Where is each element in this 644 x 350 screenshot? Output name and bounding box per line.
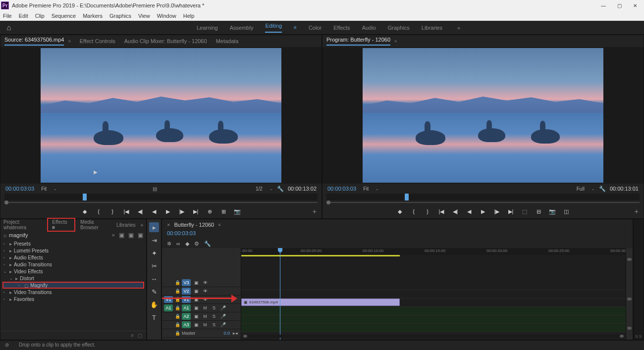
list-view-icon[interactable]: ≡ — [131, 333, 134, 338]
ws-effects[interactable]: Effects — [333, 25, 350, 31]
timeline-timecode[interactable]: 00:00:03:03 — [167, 230, 196, 236]
step-back-icon[interactable]: ◀| — [136, 208, 144, 215]
out-point-icon[interactable]: } — [424, 208, 431, 214]
program-zoom-select[interactable]: Full — [574, 186, 588, 192]
ripple-edit-tool[interactable]: ✦ — [149, 248, 159, 258]
tab-metadata[interactable]: Metadata — [216, 38, 239, 44]
marker-icon[interactable]: ◆ — [396, 208, 404, 215]
compare-icon[interactable]: ◫ — [562, 208, 570, 215]
hand-tool[interactable]: ✋ — [149, 300, 159, 309]
track-header-a3[interactable]: 🔒A3▣MS🎤 — [162, 321, 241, 329]
go-out-icon[interactable]: ▶| — [192, 208, 200, 215]
timeline-tracks-area[interactable]: :00:0000:00:05:0000:00:10:0000:00:15:000… — [241, 248, 626, 340]
go-out-icon[interactable]: ▶| — [507, 208, 515, 215]
out-point-icon[interactable]: } — [108, 208, 116, 214]
wrench-icon[interactable]: 🔧 — [277, 186, 284, 192]
menu-markers[interactable]: Markers — [83, 13, 103, 19]
wrench-icon[interactable]: 🔧 — [204, 241, 211, 247]
track-header-v2[interactable]: 🔒V2▣👁 — [162, 287, 241, 296]
program-preview[interactable] — [322, 47, 644, 184]
menu-file[interactable]: File — [3, 13, 12, 19]
add-button-icon[interactable]: + — [313, 207, 317, 215]
export-frame-icon[interactable]: 📷 — [548, 208, 556, 215]
timeline-h-scrollbar[interactable] — [243, 335, 624, 338]
lift-icon[interactable]: ⬚ — [521, 208, 529, 215]
step-fwd-icon[interactable]: |▶ — [493, 208, 501, 215]
menu-edit[interactable]: Edit — [19, 13, 28, 19]
timeline-playhead[interactable] — [280, 248, 280, 340]
sequence-name[interactable]: Butterfly - 12060 — [174, 222, 214, 228]
tab-libraries[interactable]: Libraries — [116, 222, 135, 228]
ws-audio[interactable]: Audio — [362, 25, 376, 31]
insert-icon[interactable]: ⊕ — [206, 208, 214, 215]
program-timecode-in[interactable]: 00:00:03:03 — [327, 186, 356, 192]
step-fwd-icon[interactable]: |▶ — [178, 208, 186, 215]
timeline-v-scroll[interactable] — [626, 248, 633, 340]
ws-graphics[interactable]: Graphics — [388, 25, 410, 31]
go-in-icon[interactable]: |◀ — [122, 208, 130, 215]
tab-program[interactable]: Program: Butterfly - 12060 — [326, 37, 390, 46]
razor-tool[interactable]: ✂ — [149, 261, 159, 271]
timeline-clip[interactable]: ▣634937506.mp4 — [241, 299, 400, 306]
extract-icon[interactable]: ⊟ — [535, 208, 542, 215]
program-scrubber[interactable] — [326, 194, 640, 200]
tab-source[interactable]: Source: 634937506.mp4 — [4, 37, 64, 46]
preset-icon-2[interactable]: ▣ — [128, 232, 134, 239]
tab-effects[interactable]: Effects ≡ — [47, 218, 75, 232]
tree-item-video-transitions[interactable]: ›▸Video Transitions — [0, 289, 146, 296]
go-in-icon[interactable]: |◀ — [437, 208, 445, 215]
menu-graphics[interactable]: Graphics — [109, 13, 131, 19]
settings-icon[interactable]: ⚙ — [194, 241, 199, 247]
in-point-icon[interactable]: { — [95, 208, 103, 214]
source-timecode-in[interactable]: 00:00:03:03 — [5, 186, 34, 192]
ws-assembly[interactable]: Assembly — [230, 25, 254, 31]
track-header-a1[interactable]: A1🔒A1▣MS🎤 — [162, 304, 241, 312]
ws-menu-icon[interactable]: ≡ — [294, 25, 297, 30]
play-backward-icon[interactable]: ◀ — [465, 208, 473, 215]
panel-overflow-icon[interactable]: » — [140, 222, 143, 228]
source-zoom-select[interactable]: 1/2 — [253, 186, 266, 192]
clear-search-icon[interactable]: × — [112, 232, 115, 238]
linked-selection-icon[interactable]: ∞ — [176, 241, 180, 247]
ws-overflow-button[interactable]: » — [457, 25, 460, 31]
tree-item-audio-effects[interactable]: ›▸Audio Effects — [0, 254, 146, 261]
in-point-icon[interactable]: { — [410, 208, 418, 214]
close-button[interactable]: ✕ — [627, 0, 643, 10]
step-back-icon[interactable]: ◀| — [451, 208, 459, 215]
tree-item-distort[interactable]: ⌄▸Distort — [0, 275, 146, 282]
tree-item-magnify[interactable]: ›◻Magnify — [2, 282, 144, 289]
wrench-icon[interactable]: 🔧 — [599, 186, 606, 192]
tab-audio-mixer[interactable]: Audio Clip Mixer: Butterfly - 12060 — [124, 38, 207, 44]
new-bin-icon[interactable]: ▢ — [138, 333, 142, 338]
menu-view[interactable]: View — [138, 13, 150, 19]
source-settings-icon[interactable]: ▤ — [153, 186, 157, 192]
tree-item-video-effects[interactable]: ⌄▸Video Effects — [0, 268, 146, 275]
tab-project[interactable]: Project: whatevera — [3, 219, 42, 230]
tree-item-audio-transitions[interactable]: ›▸Audio Transitions — [0, 261, 146, 268]
tab-program-menu[interactable]: ≡ — [394, 39, 397, 44]
ws-color[interactable]: Color — [309, 25, 322, 31]
play-backward-icon[interactable]: ◀ — [150, 208, 158, 215]
marker-add-icon[interactable]: ◆ — [185, 241, 189, 247]
overwrite-icon[interactable]: ⊞ — [219, 208, 227, 215]
source-fit-select[interactable]: Fit — [38, 186, 50, 192]
track-header-v1[interactable]: V1🔒V1▣👁 — [162, 296, 241, 304]
timeline-ruler[interactable]: :00:0000:00:05:0000:00:10:0000:00:15:000… — [241, 248, 626, 255]
source-scrubber[interactable] — [4, 194, 318, 200]
ws-learning[interactable]: Learning — [197, 25, 218, 31]
pen-tool[interactable]: ✎ — [149, 287, 159, 297]
tab-source-menu[interactable]: ≡ — [68, 39, 70, 44]
play-icon[interactable]: ▶ — [164, 208, 172, 215]
tab-media-browser[interactable]: Media Browser — [80, 219, 111, 230]
menu-clip[interactable]: Clip — [35, 13, 45, 19]
menu-sequence[interactable]: Sequence — [52, 13, 76, 19]
maximize-button[interactable]: ▢ — [611, 0, 627, 10]
type-tool[interactable]: T — [149, 312, 159, 322]
track-header-a2[interactable]: 🔒A2▣MS🎤 — [162, 312, 241, 321]
slip-tool[interactable]: ↔ — [149, 274, 159, 284]
tree-item-presets[interactable]: ›▸Presets — [0, 240, 146, 247]
ws-editing[interactable]: Editing — [265, 23, 282, 33]
add-button-icon[interactable]: + — [635, 207, 639, 215]
play-icon[interactable]: ▶ — [479, 208, 487, 215]
home-button[interactable]: ⌂ — [0, 21, 18, 35]
